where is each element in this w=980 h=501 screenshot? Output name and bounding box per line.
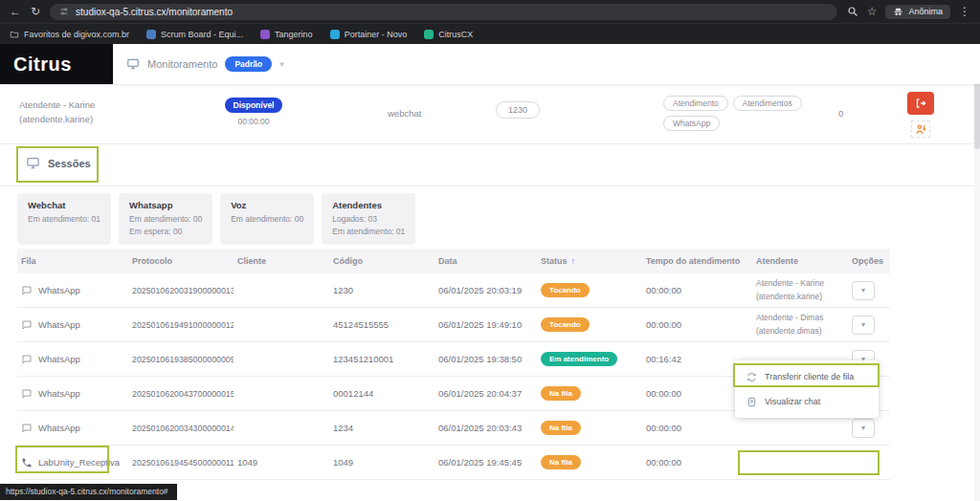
browser-menu-icon[interactable]: ⋮ bbox=[959, 6, 970, 17]
incognito-badge[interactable]: Anônima bbox=[885, 5, 950, 19]
date-cell: 06/01/2025 19:38:50 bbox=[434, 354, 537, 364]
stat-card-title: Voz bbox=[231, 200, 303, 210]
session-stat-card: AtendentesLogados: 03Em atendimento: 01 bbox=[322, 193, 415, 245]
queue-cell: WhatsApp bbox=[17, 354, 128, 365]
protocol-cell: 2025010620031900000013 bbox=[128, 286, 234, 295]
session-stats: WebchatEm atendimento: 01WhatsappEm aten… bbox=[17, 193, 415, 245]
force-logout-button[interactable] bbox=[907, 92, 934, 115]
row-options-menu: Transferir cliente de filaVisualizar cha… bbox=[735, 360, 879, 418]
agent-count: 0 bbox=[838, 108, 843, 119]
phone-icon bbox=[21, 457, 33, 468]
column-header-5[interactable]: Status↑ bbox=[537, 256, 642, 266]
availability-badge: Disponível bbox=[225, 98, 283, 113]
status-cell: Tocando bbox=[537, 317, 642, 332]
bookmark-item[interactable]: Scrum Board - Equi... bbox=[146, 30, 243, 39]
column-header-2[interactable]: Cliente bbox=[234, 256, 329, 266]
queue-cell: LabUnity_Receptiva bbox=[17, 457, 128, 468]
sessions-tab[interactable]: Sessões bbox=[26, 156, 91, 170]
view-chat-icon bbox=[746, 397, 757, 407]
bookmark-item[interactable]: Tangerino bbox=[260, 30, 313, 39]
citrus-logo[interactable]: Citrus bbox=[0, 44, 113, 84]
protocol-cell: 2025010619385000000009 bbox=[128, 355, 234, 364]
bookmark-label: CitrusCX bbox=[438, 30, 473, 39]
zoom-icon[interactable] bbox=[847, 6, 858, 17]
menu-item-label: Visualizar chat bbox=[765, 397, 820, 406]
queue-cell: WhatsApp bbox=[17, 319, 128, 331]
queue-cell: WhatsApp bbox=[17, 285, 128, 296]
url-text: studiox-qa-5.citrus.cx/monitoramento bbox=[76, 7, 233, 17]
bookmark-item[interactable]: Favoritos de digivox.com.br bbox=[10, 30, 129, 39]
status-cell: Na fila bbox=[537, 455, 642, 469]
sessions-section: Sessões bbox=[0, 144, 980, 186]
stat-card-title: Atendentes bbox=[332, 200, 405, 210]
stat-card-line: Em atendimento: 01 bbox=[28, 213, 100, 226]
protocol-cell: 2025010619491000000012 bbox=[128, 320, 234, 330]
stat-card-line: Em atendimento: 00 bbox=[231, 213, 303, 226]
menu-item-transfer-client[interactable]: Transferir cliente de fila bbox=[735, 364, 879, 389]
column-header-1[interactable]: Protocolo bbox=[128, 256, 234, 266]
bookmark-star-icon[interactable]: ☆ bbox=[867, 6, 878, 17]
stat-card-line: Logados: 03 bbox=[332, 213, 405, 226]
sessions-icon bbox=[26, 156, 40, 170]
stat-card-line: Em espera: 00 bbox=[129, 226, 202, 238]
address-bar[interactable]: studiox-qa-5.citrus.cx/monitoramento bbox=[50, 4, 837, 20]
status-cell: Na fila bbox=[537, 421, 642, 435]
client-cell: 1049 bbox=[234, 457, 329, 468]
app-header: Citrus Monitoramento Padrão ▾ bbox=[0, 44, 980, 84]
bookmark-item[interactable]: Portainer - Novo bbox=[330, 30, 408, 39]
nav-monitoramento[interactable]: Monitoramento Padrão ▾ bbox=[126, 44, 284, 84]
code-cell: 1230 bbox=[329, 285, 434, 295]
options-cell: ▾ bbox=[848, 419, 890, 438]
agent-queue-tag: WhatsApp bbox=[663, 116, 720, 131]
queue-label: WhatsApp bbox=[38, 319, 80, 330]
status-badge: Em atendimento bbox=[541, 352, 617, 366]
queue-label: WhatsApp bbox=[38, 354, 80, 364]
table-row: WhatsApp20250106194910000000124512451555… bbox=[17, 308, 890, 342]
session-stat-card: WebchatEm atendimento: 01 bbox=[17, 193, 111, 245]
queue-label: WhatsApp bbox=[38, 285, 80, 295]
protocol-cell: 2025010619454500000011 bbox=[128, 458, 234, 468]
code-cell: 1049 bbox=[329, 457, 434, 468]
incognito-label: Anônima bbox=[908, 7, 943, 16]
session-stat-card: VozEm atendimento: 00 bbox=[220, 193, 314, 245]
transfer-agent-icon[interactable] bbox=[911, 120, 930, 138]
column-header-7[interactable]: Atendente bbox=[752, 256, 848, 266]
row-options-button[interactable]: ▾ bbox=[852, 419, 875, 438]
menu-item-view-chat[interactable]: Visualizar chat bbox=[735, 389, 879, 414]
default-badge: Padrão bbox=[225, 56, 272, 72]
folder-icon bbox=[10, 30, 19, 39]
reload-icon[interactable]: ↻ bbox=[31, 6, 40, 17]
toolbar-right: ☆ Anônima ⋮ bbox=[847, 5, 970, 19]
status-badge: Tocando bbox=[541, 283, 590, 297]
column-header-6[interactable]: Tempo do atendimento bbox=[642, 256, 752, 266]
bookmark-item[interactable]: CitrusCX bbox=[424, 30, 473, 39]
stat-card-line: Em atendimento: 01 bbox=[332, 226, 405, 238]
sort-asc-icon[interactable]: ↑ bbox=[571, 256, 576, 266]
row-options-button[interactable]: ▾ bbox=[852, 316, 875, 335]
column-header-3[interactable]: Código bbox=[329, 256, 434, 266]
site-settings-icon[interactable] bbox=[59, 7, 69, 16]
column-header-8[interactable]: Opções bbox=[848, 256, 890, 266]
date-cell: 06/01/2025 20:03:43 bbox=[434, 423, 537, 433]
back-icon[interactable]: ← bbox=[10, 6, 21, 17]
chevron-down-icon[interactable]: ▾ bbox=[279, 59, 284, 69]
agent-channel: webchat bbox=[388, 108, 421, 119]
agent-cell: Atendente - Karine(atendente.karine) bbox=[752, 277, 848, 302]
browser-window: ← ↻ studiox-qa-5.citrus.cx/monitoramento… bbox=[0, 0, 980, 501]
sessions-label: Sessões bbox=[48, 158, 91, 169]
code-cell: 00012144 bbox=[329, 388, 434, 399]
bookmarks-bar: Favoritos de digivox.com.brScrum Board -… bbox=[0, 23, 980, 44]
row-options-button[interactable]: ▾ bbox=[852, 281, 875, 300]
column-header-0[interactable]: Fila bbox=[17, 256, 128, 266]
time-cell: 00:00:00 bbox=[642, 457, 752, 468]
status-badge: Na fila bbox=[541, 421, 581, 435]
status-cell: Em atendimento bbox=[537, 352, 642, 366]
status-cell: Na fila bbox=[537, 386, 642, 401]
code-cell: 1234 bbox=[329, 423, 434, 433]
chat-icon bbox=[21, 388, 33, 400]
agent-login: (atendente.karine) bbox=[19, 113, 95, 127]
column-header-4[interactable]: Data bbox=[434, 256, 537, 266]
incognito-icon bbox=[893, 7, 903, 17]
agent-queue-tag: Atendimento bbox=[663, 96, 728, 111]
agent-extension: 1230 bbox=[496, 101, 540, 119]
